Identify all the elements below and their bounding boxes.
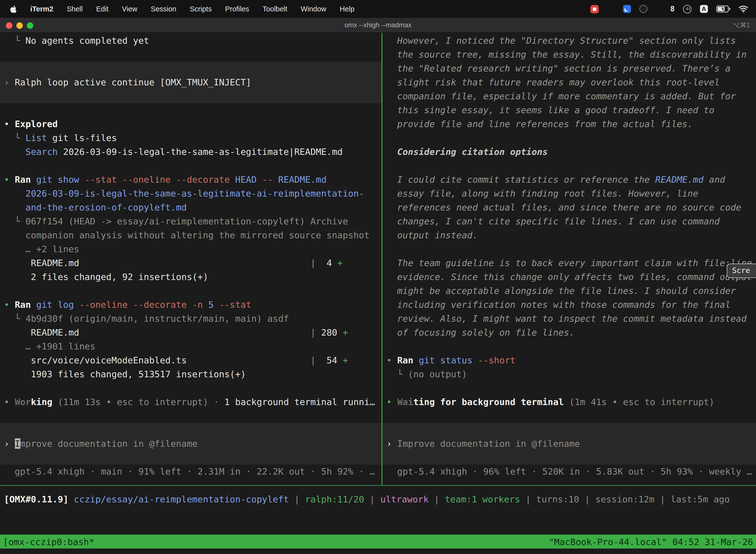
- right-output: However, I noticed the "Directory Struct…: [382, 34, 756, 423]
- left-input-box[interactable]: › Improve documentation in @filename: [0, 423, 381, 465]
- text-segment: 280: [316, 327, 342, 338]
- text-segment: [257, 174, 262, 185]
- right-pane[interactable]: However, I noticed the "Directory Struct…: [382, 33, 756, 485]
- text-segment: -n: [192, 299, 203, 310]
- input-source-icon[interactable]: A: [700, 5, 708, 13]
- text-segment: 54: [316, 355, 342, 365]
- text-segment: team:1 workers: [445, 494, 520, 504]
- menu-item-profiles[interactable]: Profiles: [225, 5, 249, 13]
- tmux-window-item[interactable]: [omx-cczip0:bash*: [0, 536, 97, 547]
- text-segment: Ralph loop active continue [OMX_TMUX_INJ…: [15, 77, 251, 88]
- text-segment: └: [4, 35, 25, 46]
- terminal-line: • Explored: [0, 117, 381, 131]
- menu-item-help[interactable]: Help: [340, 5, 355, 13]
- text-segment: git status: [419, 355, 472, 365]
- text-segment: Search: [25, 147, 58, 157]
- menu-item-session[interactable]: Session: [151, 5, 176, 13]
- ralph-loop-banner-text: › Ralph loop active continue [OMX_TMUX_I…: [0, 75, 381, 89]
- text-segment: Ran: [397, 355, 413, 365]
- terminal-line: including verification notes with those …: [382, 298, 756, 312]
- menu-item-iterm2[interactable]: iTerm2: [30, 5, 53, 13]
- text-segment: the "Related research writing" section i…: [386, 63, 731, 73]
- text-segment: 2026-03-09-is-legal-the-same-as-legitima…: [58, 147, 343, 157]
- menu-item-scripts[interactable]: Scripts: [190, 5, 212, 13]
- text-segment: •: [386, 355, 397, 365]
- terminal-line: README.md | 280 +: [0, 326, 381, 340]
- right-input-text[interactable]: › Improve documentation in @filename: [382, 437, 756, 451]
- text-segment: 2026-03-09-is-legal-the-same-as-legitima…: [25, 188, 364, 199]
- terminal-line: output instead.: [382, 228, 756, 242]
- text-segment: … +1901 lines: [4, 341, 95, 351]
- text-segment: session:12m: [595, 494, 654, 504]
- terminal-line: README.md | 4 +: [0, 256, 381, 270]
- window-title: omx --xhigh --madmax: [0, 18, 756, 33]
- text-segment: [413, 355, 419, 365]
- text-segment: |: [429, 494, 445, 504]
- terminal-area: └ No agents completed yet › Ralph loop a…: [0, 33, 756, 485]
- terminal-line: • Ran git status --short: [382, 353, 756, 367]
- text-segment: references need actual files, and since …: [386, 202, 741, 213]
- text-segment: |: [364, 494, 380, 504]
- text-segment: [OMX#0.11.9]: [4, 494, 68, 504]
- text-segment: |: [579, 494, 595, 504]
- text-segment: including verification notes with those …: [386, 299, 731, 310]
- left-output-top: └ No agents completed yet: [0, 34, 381, 62]
- window-title-bar: omx --xhigh --madmax ⌥⌘1: [0, 18, 756, 33]
- dots-grid-icon[interactable]: [656, 6, 662, 12]
- horizontal-pane-border: [0, 485, 756, 486]
- text-segment: cczip/essay/ai-reimplementation-copyleft: [74, 494, 289, 504]
- text-segment: 1 background terminal runni…: [225, 397, 375, 407]
- right-input-box[interactable]: › Improve documentation in @filename: [382, 423, 756, 465]
- menu-item-shell[interactable]: Shell: [67, 5, 83, 13]
- text-segment: [213, 299, 219, 310]
- text-segment: README.md: [4, 258, 79, 268]
- text-segment: 1903 files changed, 513517 insertions(+): [4, 369, 246, 379]
- text-segment: ting for background terminal: [413, 397, 564, 407]
- omx-status-text: [OMX#0.11.9] cczip/essay/ai-reimplementa…: [0, 492, 756, 506]
- text-segment: mprove documentation in @filename: [20, 438, 197, 449]
- screen-recording-icon[interactable]: [590, 5, 599, 13]
- menu-item-view[interactable]: View: [122, 5, 137, 13]
- text-segment: |: [187, 355, 316, 365]
- left-pane[interactable]: └ No agents completed yet › Ralph loop a…: [0, 33, 381, 485]
- left-output-main: • Explored └ List git ls-files Search 20…: [0, 103, 381, 423]
- menu-item-window[interactable]: Window: [301, 5, 326, 13]
- terminal-line: [382, 242, 756, 256]
- text-segment: [31, 299, 36, 310]
- text-segment: output instead.: [386, 230, 478, 240]
- menu-bar-left: iTerm2 Shell Edit View Session Scripts P…: [0, 5, 355, 13]
- terminal-line: references need actual files, and since …: [382, 201, 756, 214]
- omx-status-bar: [OMX#0.11.9] cczip/essay/ai-reimplementa…: [0, 492, 756, 506]
- terminal-line: └ No agents completed yet: [0, 34, 381, 48]
- text-segment: [386, 147, 397, 157]
- text-segment: ›: [4, 438, 15, 449]
- left-input-text[interactable]: › Improve documentation in @filename: [0, 437, 381, 451]
- dark-circle-icon[interactable]: [639, 5, 647, 13]
- text-segment: ›: [386, 438, 397, 449]
- text-segment: [472, 355, 478, 365]
- text-segment: └: [4, 132, 25, 143]
- text-segment: Wor: [15, 397, 31, 407]
- text-segment: [4, 202, 25, 213]
- battery-icon[interactable]: [716, 5, 730, 12]
- terminal-line: the source tree, missing the essay. Stil…: [382, 48, 756, 62]
- terminal-line: slight risk that future readers may over…: [382, 75, 756, 89]
- bento-grid-icon[interactable]: [607, 5, 615, 13]
- text-segment: +: [343, 355, 348, 365]
- eight-icon[interactable]: 8: [670, 4, 675, 13]
- screen-notification-chip[interactable]: Scre: [727, 264, 756, 278]
- terminal-line: companion analysis without altering the …: [0, 228, 381, 242]
- text-segment: ultrawork: [380, 494, 429, 504]
- blue-app-icon[interactable]: [623, 5, 631, 13]
- text-segment: gpt-5.4 xhigh · main · 91% left · 2.31M …: [4, 466, 375, 477]
- menu-item-edit[interactable]: Edit: [96, 5, 108, 13]
- wifi-icon[interactable]: [739, 5, 748, 12]
- menu-item-toolbelt[interactable]: Toolbelt: [262, 5, 287, 13]
- terminal-line: • Waiting for background terminal (1m 41…: [382, 395, 756, 409]
- text-segment: --short: [478, 355, 516, 365]
- text-segment: +: [337, 258, 343, 268]
- text-segment: git log: [36, 299, 74, 310]
- apple-menu-icon[interactable]: [10, 5, 17, 13]
- text-segment: companion file, especially if more comme…: [386, 91, 736, 101]
- gauge-icon[interactable]: .61: [683, 5, 692, 13]
